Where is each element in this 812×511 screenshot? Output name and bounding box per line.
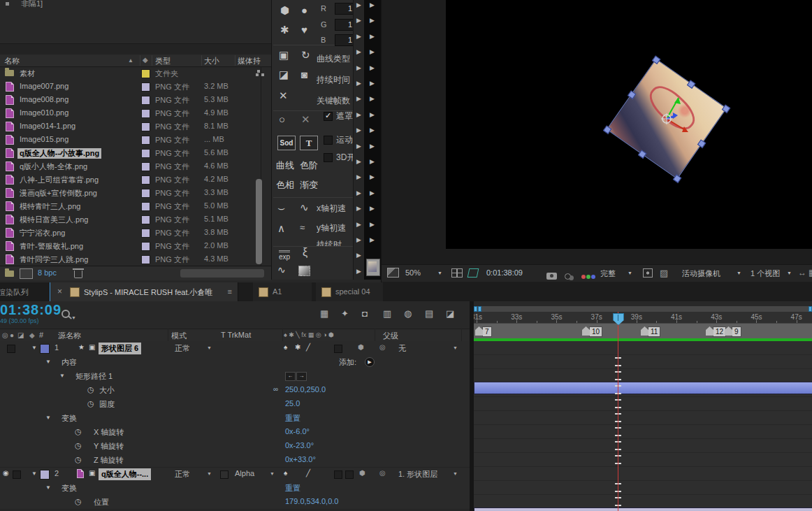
label-color-chip[interactable]: [141, 162, 150, 171]
collapsed-item-arrow-icon[interactable]: ▶: [370, 205, 375, 212]
collapsed-item-arrow-icon[interactable]: ▶: [356, 221, 361, 228]
property-row[interactable]: ◷圆度25.0: [0, 397, 470, 412]
label-color-chip[interactable]: [141, 229, 150, 238]
collapsed-item-arrow-icon[interactable]: ▶: [356, 64, 361, 71]
tab-comp-a1[interactable]: A1: [253, 282, 312, 301]
layer1-duration-bar[interactable]: [474, 382, 812, 394]
work-area-marker-strip[interactable]: 71011129: [474, 323, 812, 339]
collapsed-item-arrow-icon[interactable]: ▶: [370, 17, 375, 24]
project-item-row[interactable]: 模特日富美三人.pngPNG 文件5.1 MB: [0, 213, 271, 226]
resolution-dropdown-icon[interactable]: ▼: [628, 271, 632, 275]
collapsed-item-arrow-icon[interactable]: ▶: [370, 80, 375, 87]
collapsed-item-arrow-icon[interactable]: ▶: [356, 95, 361, 102]
collapsed-item-arrow-icon[interactable]: ▶: [370, 1, 375, 8]
spring-icon[interactable]: ξ: [303, 246, 307, 259]
s-curve-icon[interactable]: ∿: [300, 201, 309, 214]
collapsed-item-arrow-icon[interactable]: ▶: [356, 205, 361, 212]
collapsed-item-arrow-icon[interactable]: ▶: [370, 111, 375, 118]
hue-label[interactable]: 色相: [276, 179, 294, 192]
item-name[interactable]: Image014-1.png: [20, 122, 75, 130]
collapsed-item-arrow-icon[interactable]: ▶: [370, 95, 375, 102]
property-value[interactable]: 0x-6.0°: [285, 427, 310, 436]
property-row[interactable]: ▼变换重置: [0, 481, 470, 496]
star-preset-icon[interactable]: ✱: [280, 24, 289, 36]
levels-label[interactable]: 色阶: [300, 159, 318, 172]
expression-icon[interactable]: exp: [279, 250, 290, 261]
layer2-duration-bar[interactable]: [474, 508, 812, 511]
stopwatch-icon[interactable]: ◷: [75, 497, 82, 506]
timeline-splitter[interactable]: [470, 301, 474, 511]
threed-checkbox[interactable]: [324, 153, 333, 162]
property-twirl-icon[interactable]: ▼: [45, 415, 51, 421]
timeline-track-area[interactable]: [474, 341, 812, 509]
label-color-chip[interactable]: [141, 215, 150, 224]
collapsed-item-arrow-icon[interactable]: ▶: [370, 158, 375, 165]
blue-channel-value[interactable]: 1: [335, 34, 355, 46]
new-composition-icon[interactable]: [20, 268, 33, 279]
transparency-grid-icon[interactable]: ▨: [660, 268, 668, 278]
property-label[interactable]: 内容: [61, 357, 77, 368]
property-row[interactable]: ◷Y 轴旋转0x-23.0°: [0, 439, 470, 454]
bounce-icon[interactable]: ∿: [277, 264, 286, 275]
project-item-row[interactable]: Image007.pngPNG 文件3.2 MB: [0, 80, 271, 93]
project-item-row[interactable]: q版小人物-全体.pngPNG 文件4.6 MB: [0, 159, 271, 173]
exposure-icon[interactable]: ▦: [809, 268, 812, 278]
collapsed-item-arrow-icon[interactable]: ▶: [370, 143, 375, 150]
column-size[interactable]: 大小: [204, 56, 219, 66]
navigator-start-handle[interactable]: [474, 306, 477, 312]
collapsed-item-arrow-icon[interactable]: ▶: [356, 80, 361, 87]
tab-menu-icon[interactable]: ≡: [228, 287, 232, 296]
collapsed-item-arrow-icon[interactable]: ▶: [356, 127, 361, 134]
column-media-duration[interactable]: 媒体持: [238, 56, 261, 66]
stopwatch-icon[interactable]: ◷: [87, 399, 94, 408]
bell-preset-icon[interactable]: ◙: [301, 69, 307, 80]
camera-view-select[interactable]: 活动摄像机: [682, 268, 720, 279]
pixel-aspect-icon[interactable]: ↔: [798, 268, 806, 278]
collapsed-item-arrow-icon[interactable]: ▶: [356, 111, 361, 118]
axis-gizmo[interactable]: [446, 0, 812, 249]
property-value[interactable]: 25.0: [285, 399, 300, 408]
item-name[interactable]: Image007.png: [20, 82, 68, 90]
label-color-chip[interactable]: [141, 122, 150, 131]
red-channel-value[interactable]: 1: [335, 3, 355, 15]
property-row[interactable]: ◷大小∞250.0,250.0: [0, 383, 470, 398]
property-value[interactable]: 179.0,534.0,0.0: [285, 497, 338, 505]
property-label[interactable]: X 轴旋转: [94, 427, 124, 438]
gradient-square-icon[interactable]: [298, 266, 310, 276]
stopwatch-icon[interactable]: ◷: [75, 441, 82, 450]
curves-label[interactable]: 曲线: [276, 159, 294, 172]
rotate-preset-icon[interactable]: ↻: [301, 49, 310, 62]
show-snapshot-icon[interactable]: [565, 273, 571, 280]
collapsed-item-arrow-icon[interactable]: ▶: [370, 173, 375, 180]
label-color-chip[interactable]: [141, 202, 150, 211]
collapsed-item-arrow-icon[interactable]: ▶: [356, 173, 361, 180]
timeline-marker[interactable]: 9: [725, 326, 741, 337]
stopwatch-icon[interactable]: ◷: [75, 427, 82, 436]
property-row[interactable]: ◷位置179.0,534.0,0.0: [0, 495, 470, 510]
property-label[interactable]: 矩形路径 1: [75, 371, 113, 382]
collapsed-item-arrow-icon[interactable]: ▶: [370, 127, 375, 134]
project-item-row[interactable]: q版全人物--小故事.pngPNG 文件5.6 MB: [0, 146, 271, 159]
collapsed-item-arrow-icon[interactable]: ▶: [370, 221, 375, 228]
item-name[interactable]: 模特青叶三人.png: [20, 201, 80, 212]
collapsed-item-arrow-icon[interactable]: ▶: [356, 48, 361, 55]
circle-outline-preset-icon[interactable]: ○: [279, 113, 285, 125]
label-color-chip[interactable]: [141, 82, 150, 92]
project-bit-depth[interactable]: 8 bpc: [38, 268, 57, 277]
timeline-marker[interactable]: 7: [475, 326, 492, 337]
scatter-preset-icon[interactable]: ✕: [301, 113, 310, 126]
property-label[interactable]: Z 轴旋转: [94, 455, 124, 466]
property-row[interactable]: ◷Z 轴旋转0x+33.0°: [0, 453, 470, 468]
timeline-marker[interactable]: 12: [706, 326, 726, 337]
collapsed-item-arrow-icon[interactable]: ▶: [356, 252, 361, 259]
column-name[interactable]: 名称: [4, 56, 20, 66]
project-item-row[interactable]: 八神-上司组背靠背.pngPNG 文件4.2 MB: [0, 173, 271, 186]
label-color-column-icon[interactable]: ◆: [143, 56, 148, 64]
label-color-chip[interactable]: [141, 69, 150, 78]
label-color-chip[interactable]: [141, 109, 150, 118]
project-item-row[interactable]: Image014-1.pngPNG 文件8.1 MB: [0, 120, 271, 133]
project-item-row[interactable]: 青叶-警服敬礼.pngPNG 文件2.0 MB: [0, 239, 271, 252]
view-layout-dropdown-icon[interactable]: ▼: [787, 271, 792, 275]
property-twirl-icon[interactable]: ▼: [59, 373, 65, 379]
view-layout-select[interactable]: 1 个视图: [751, 268, 780, 279]
